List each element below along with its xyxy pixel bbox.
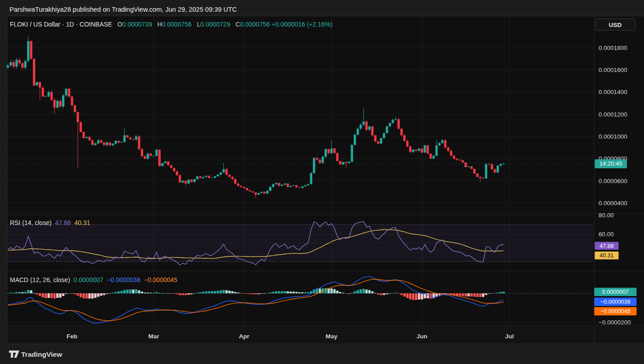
svg-text:Jul: Jul	[505, 333, 514, 340]
svg-text:0.0001400: 0.0001400	[599, 89, 627, 95]
svg-text:Apr: Apr	[239, 333, 250, 340]
svg-text:Jun: Jun	[417, 333, 428, 340]
svg-text:0.0000400: 0.0000400	[599, 200, 627, 207]
svg-text:Mar: Mar	[148, 333, 159, 340]
svg-text:47.88: 47.88	[599, 243, 613, 249]
svg-text:80.00: 80.00	[599, 212, 614, 219]
svg-text:0.0001000: 0.0001000	[599, 133, 627, 140]
svg-text:RSI (14, close) 47.88 40.31: RSI (14, close) 47.88 40.31	[10, 219, 90, 226]
svg-text:14:20:45: 14:20:45	[599, 160, 622, 167]
svg-text:−0.0000038: −0.0000038	[600, 299, 630, 305]
svg-text:0.0001600: 0.0001600	[599, 67, 627, 73]
svg-text:TradingView: TradingView	[21, 351, 63, 358]
svg-text:USD: USD	[609, 22, 622, 28]
svg-text:ParshwaTurakhiya28 published o: ParshwaTurakhiya28 published on TradingV…	[9, 6, 237, 13]
svg-text:0.0000600: 0.0000600	[599, 178, 627, 184]
svg-text:−0.0000200: −0.0000200	[599, 319, 631, 326]
svg-text:Feb: Feb	[67, 333, 77, 340]
svg-text:MACD (12, 26, close) 0.000000: MACD (12, 26, close) 0.0000007 −0.000003…	[10, 276, 177, 283]
svg-text:0.0000007: 0.0000007	[602, 289, 629, 295]
svg-text:60.00: 60.00	[599, 231, 614, 238]
svg-text:0.0001800: 0.0001800	[599, 45, 627, 51]
svg-text:40.31: 40.31	[599, 252, 613, 259]
svg-text:−0.0000045: −0.0000045	[600, 308, 630, 315]
svg-text:May: May	[326, 333, 338, 340]
svg-text:FLOKI / US Dollar · 1D · COINB: FLOKI / US Dollar · 1D · COINBASE O0.000…	[10, 21, 333, 28]
svg-text:0.0001200: 0.0001200	[599, 111, 627, 118]
